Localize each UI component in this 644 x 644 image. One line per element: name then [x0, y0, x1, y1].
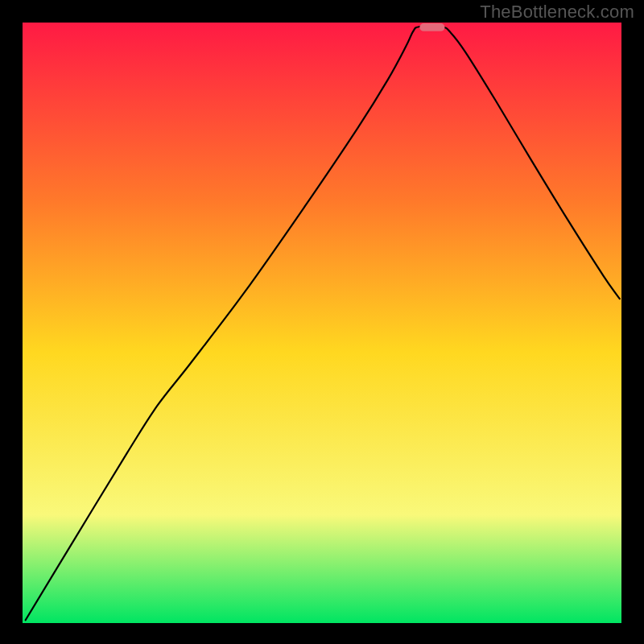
watermark-text: TheBottleneck.com [480, 2, 634, 23]
bottleneck-chart [0, 0, 644, 644]
chart-container: TheBottleneck.com [0, 0, 644, 644]
chart-background [23, 23, 621, 623]
optimum-marker [419, 23, 444, 31]
